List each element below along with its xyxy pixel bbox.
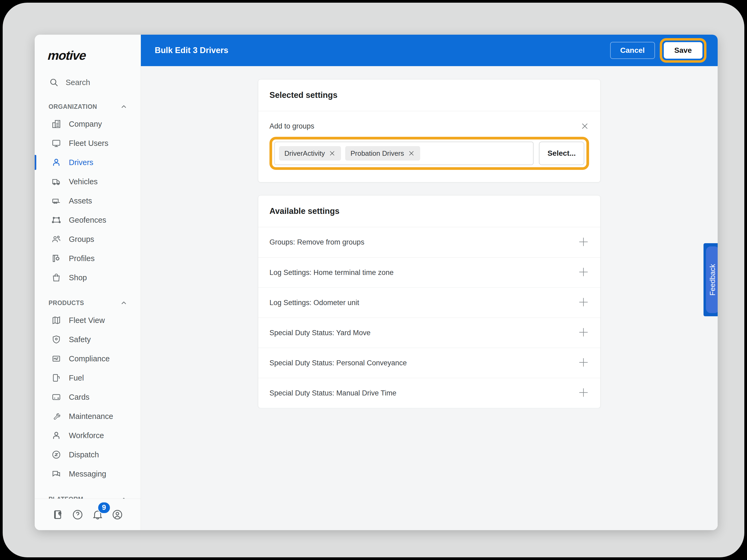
group-tag-label: DriverActivity: [284, 149, 325, 158]
sidebar-item-profiles[interactable]: Profiles: [35, 249, 140, 268]
account-button[interactable]: [111, 509, 124, 521]
setting-row-odometer-unit[interactable]: Log Settings: Odometer unit: [258, 288, 600, 318]
plus-icon: [578, 236, 589, 247]
sidebar-item-label: Shop: [69, 273, 87, 282]
cancel-button[interactable]: Cancel: [610, 42, 655, 59]
setting-row-remove-from-groups[interactable]: Groups: Remove from groups: [258, 227, 600, 257]
section-label: ORGANIZATION: [49, 103, 97, 110]
sidebar: motive Search ORGANIZATION Company Fleet…: [35, 35, 141, 530]
sidebar-item-shop[interactable]: Shop: [35, 268, 140, 287]
sidebar-item-groups[interactable]: Groups: [35, 230, 140, 249]
trailer-icon: [51, 196, 61, 206]
plus-icon: [578, 327, 589, 338]
setting-row-label: Groups: Remove from groups: [269, 238, 364, 246]
chevron-up-icon: [120, 103, 128, 111]
header-actions: Cancel Save: [610, 38, 706, 63]
wrench-icon: [51, 411, 61, 421]
sidebar-footer: 9: [35, 499, 140, 530]
setting-row-manual-drive-time[interactable]: Special Duty Status: Manual Drive Time: [258, 378, 600, 408]
account-icon: [111, 509, 124, 521]
remove-setting-button[interactable]: [581, 122, 589, 130]
sidebar-item-label: Company: [69, 120, 102, 129]
sidebar-item-assets[interactable]: Assets: [35, 191, 140, 210]
groups-tag-input[interactable]: DriverActivity Probation Drivers: [274, 141, 534, 165]
available-settings-card: Available settings Groups: Remove from g…: [258, 195, 600, 408]
group-tag-label: Probation Drivers: [351, 149, 404, 158]
search-label: Search: [66, 78, 90, 87]
sidebar-item-fleet-view[interactable]: Fleet View: [35, 311, 140, 330]
sidebar-item-label: Workforce: [69, 431, 104, 440]
selected-settings-body: Add to groups DriverActivity: [258, 111, 600, 182]
save-button[interactable]: Save: [664, 42, 702, 59]
selected-settings-header: Selected settings: [258, 79, 600, 111]
sidebar-item-label: Assets: [69, 196, 92, 205]
sidebar-item-label: Safety: [69, 335, 91, 344]
chevron-up-icon: [120, 299, 128, 307]
sidebar-item-label: Cards: [69, 393, 89, 402]
sidebar-item-cards[interactable]: Cards: [35, 388, 140, 407]
credit-card-icon: [51, 392, 61, 402]
sidebar-item-compliance[interactable]: Compliance: [35, 349, 140, 368]
add-setting-button[interactable]: [578, 296, 589, 309]
sidebar-item-label: Compliance: [69, 354, 110, 363]
plus-icon: [578, 296, 589, 308]
groups-input-highlight-ring: DriverActivity Probation Drivers Select.…: [269, 137, 589, 170]
sidebar-item-drivers[interactable]: Drivers: [35, 153, 140, 172]
section-organization[interactable]: ORGANIZATION: [35, 99, 140, 114]
sidebar-item-messaging[interactable]: Messaging: [35, 464, 140, 483]
sidebar-item-geofences[interactable]: Geofences: [35, 210, 140, 230]
save-highlight-ring: Save: [660, 38, 706, 63]
sidebar-item-label: Fleet View: [69, 316, 105, 325]
section-platform[interactable]: PLATFORM: [35, 491, 140, 499]
geofence-icon: [51, 215, 61, 225]
setting-row-home-terminal-time-zone[interactable]: Log Settings: Home terminal time zone: [258, 257, 600, 288]
add-setting-button[interactable]: [578, 387, 589, 399]
sidebar-item-maintenance[interactable]: Maintenance: [35, 407, 140, 426]
available-settings-header: Available settings: [258, 195, 600, 227]
section-label: PRODUCTS: [49, 299, 84, 306]
help-button[interactable]: [72, 509, 84, 521]
feedback-tab[interactable]: Feedback: [703, 243, 718, 316]
sidebar-item-vehicles[interactable]: Vehicles: [35, 172, 140, 191]
sidebar-item-label: Groups: [69, 235, 94, 244]
sidebar-search[interactable]: Search: [35, 74, 140, 91]
chevron-up-icon: [120, 495, 128, 499]
search-icon: [49, 78, 59, 87]
remove-tag-icon[interactable]: [408, 150, 415, 157]
section-products[interactable]: PRODUCTS: [35, 295, 140, 311]
bulk-edit-header: Bulk Edit 3 Drivers Cancel Save: [141, 35, 718, 66]
sidebar-item-safety[interactable]: Safety: [35, 330, 140, 349]
setting-row-label: Special Duty Status: Manual Drive Time: [269, 389, 396, 397]
sidebar-item-company[interactable]: Company: [35, 114, 140, 134]
add-setting-button[interactable]: [578, 236, 589, 248]
plus-icon: [578, 387, 589, 398]
select-groups-button[interactable]: Select...: [539, 141, 584, 165]
section-label: PLATFORM: [49, 496, 83, 499]
profile-gear-icon: [51, 253, 61, 264]
content-area: Selected settings Add to groups: [141, 66, 718, 408]
add-setting-button[interactable]: [578, 266, 589, 279]
add-setting-button[interactable]: [578, 327, 589, 339]
sidebar-item-fuel[interactable]: Fuel: [35, 368, 140, 388]
plus-icon: [578, 266, 589, 277]
sidebar-item-label: Vehicles: [69, 177, 98, 186]
page-title: Bulk Edit 3 Drivers: [155, 46, 228, 55]
setting-row-yard-move[interactable]: Special Duty Status: Yard Move: [258, 318, 600, 348]
guide-button[interactable]: [52, 509, 64, 521]
main-area: Bulk Edit 3 Drivers Cancel Save Selected…: [141, 35, 718, 530]
screenshot-canvas: motive Search ORGANIZATION Company Fleet…: [3, 3, 744, 557]
sidebar-item-label: Profiles: [69, 254, 95, 263]
app-window: motive Search ORGANIZATION Company Fleet…: [35, 35, 718, 530]
people-icon: [51, 234, 61, 244]
shield-icon: [51, 335, 61, 345]
sidebar-item-label: Drivers: [69, 158, 93, 167]
remove-tag-icon[interactable]: [329, 150, 336, 157]
sidebar-item-fleet-users[interactable]: Fleet Users: [35, 134, 140, 153]
sidebar-item-dispatch[interactable]: Dispatch: [35, 445, 140, 464]
notifications-button[interactable]: 9: [92, 509, 104, 521]
setting-row-personal-conveyance[interactable]: Special Duty Status: Personal Conveyance: [258, 348, 600, 378]
person-icon: [51, 157, 61, 167]
sidebar-item-workforce[interactable]: Workforce: [35, 426, 140, 445]
sidebar-item-label: Geofences: [69, 216, 106, 224]
add-setting-button[interactable]: [578, 357, 589, 369]
